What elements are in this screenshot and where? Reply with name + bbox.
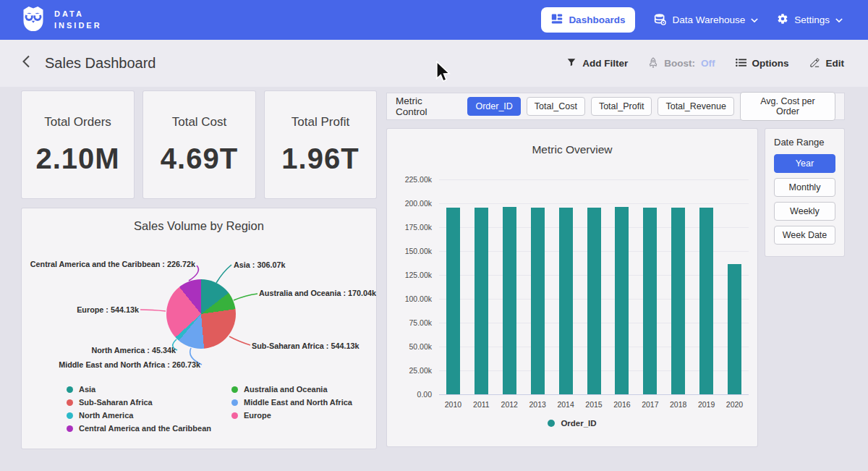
legend-label: Sub-Saharan Africa	[79, 398, 153, 407]
chevron-down-icon	[751, 14, 758, 25]
nav-settings-label: Settings	[794, 14, 830, 25]
kpi-card-total-cost: Total Cost 4.69T	[143, 91, 255, 198]
x-axis-tick: 2017	[636, 400, 664, 409]
x-axis-tick: 2010	[439, 400, 467, 409]
date-range-week-date-button[interactable]: Week Date	[774, 226, 835, 245]
legend-dot	[231, 386, 238, 393]
pencil-icon	[809, 57, 820, 70]
legend-dot	[67, 399, 73, 406]
legend-label: Asia	[79, 385, 95, 394]
metric-button-order-id[interactable]: Order_ID	[467, 97, 520, 116]
pie-label-middle-east-and-north-africa: Middle East and North Africa : 260.73k	[59, 360, 200, 369]
nav-dashboards-label: Dashboards	[569, 14, 625, 25]
legend-dot	[231, 412, 238, 419]
pie-legend-item: Sub-Saharan Africa	[67, 398, 211, 407]
nav-data-warehouse-button[interactable]: Data Warehouse	[654, 13, 758, 27]
nav-dashboards-button[interactable]: Dashboards	[541, 7, 635, 33]
date-range-label: Date Range	[774, 137, 835, 148]
metric-button-total-cost[interactable]: Total_Cost	[527, 97, 585, 116]
y-axis-tick: 0.00	[417, 390, 432, 399]
pie-legend-item: Middle East and North Africa	[231, 398, 362, 407]
bar-2018[interactable]	[671, 208, 685, 394]
legend-label: Australia and Oceania	[244, 385, 328, 394]
x-axis-tick: 2012	[495, 400, 524, 409]
boost-toggle[interactable]: Boost: Off	[648, 57, 715, 70]
pie-label-central-america-and-the-caribbean: Central America and the Caribbean : 226.…	[30, 260, 195, 268]
pie-legend-item: Australia and Oceania	[231, 385, 362, 394]
bar-2020[interactable]	[728, 264, 741, 394]
sales-volume-by-region-card: Sales Volume by Region Asia : 306.07k Au…	[22, 208, 376, 449]
bar-2019[interactable]	[699, 208, 713, 394]
bar-2013[interactable]	[531, 208, 545, 394]
pie-label-australia-and-oceania: Australia and Oceania : 170.04k	[259, 289, 376, 297]
boost-value: Off	[701, 58, 715, 69]
metric-button-avg-cost-per-order[interactable]: Avg. Cost per Order	[740, 92, 835, 121]
back-button[interactable]	[22, 54, 35, 73]
pie-legend-item: Asia	[67, 385, 211, 394]
page-header: Sales Dashboard Add Filter Boost: Off	[0, 40, 868, 87]
add-filter-label: Add Filter	[582, 58, 628, 69]
bar-chart-title: Metric Overview	[387, 143, 757, 156]
options-list-icon	[736, 58, 746, 69]
x-axis-tick: 2014	[552, 400, 580, 409]
date-range-year-button[interactable]: Year	[774, 154, 835, 173]
top-navbar: DATA INSIDER Dashboards	[0, 0, 868, 40]
y-axis-tick: 125.00k	[405, 271, 432, 279]
bar-chart-plot-area: 225.00k200.00k175.00k150.00k125.00k100.0…	[439, 179, 749, 394]
legend-dot	[67, 425, 73, 432]
y-axis-tick: 175.00k	[405, 223, 432, 232]
metric-control-label: Metric Control	[396, 96, 456, 117]
metric-button-total-revenue[interactable]: Total_Revenue	[658, 97, 733, 116]
pie-chart-legend: AsiaSub-Saharan AfricaNorth AmericaCentr…	[67, 385, 362, 433]
nav-settings-button[interactable]: Settings	[777, 13, 843, 27]
legend-dot	[67, 386, 73, 393]
database-icon	[654, 13, 666, 27]
rocket-icon	[648, 57, 658, 70]
bar-2017[interactable]	[643, 208, 657, 394]
chevron-down-icon	[835, 14, 843, 25]
x-axis-tick: 2011	[467, 400, 495, 409]
y-axis-tick: 50.00k	[409, 342, 432, 351]
boost-label: Boost:	[664, 58, 695, 69]
y-axis-tick: 200.00k	[405, 199, 432, 208]
date-range-weekly-button[interactable]: Weekly	[774, 202, 835, 221]
date-range-card: Date Range Year Monthly Weekly Week Date	[765, 129, 844, 256]
owl-logo-icon	[20, 5, 46, 35]
pie-chart-title: Sales Volume by Region	[22, 219, 376, 233]
bar-2014[interactable]	[559, 208, 573, 394]
date-range-monthly-button[interactable]: Monthly	[774, 178, 835, 197]
pie-label-north-america: North America : 45.34k	[91, 346, 176, 355]
bar-2010[interactable]	[446, 208, 460, 394]
kpi-label: Total Cost	[172, 115, 227, 130]
kpi-label: Total Orders	[44, 115, 111, 130]
app-logo[interactable]: DATA INSIDER	[20, 5, 102, 35]
legend-dot	[548, 420, 555, 427]
edit-button[interactable]: Edit	[809, 57, 845, 70]
x-axis-tick: 2018	[664, 400, 692, 409]
legend-dot	[231, 399, 238, 406]
bar-2015[interactable]	[587, 208, 601, 394]
bar-2011[interactable]	[475, 208, 488, 394]
bar-legend-label: Order_ID	[561, 419, 596, 428]
metric-control-bar: Metric Control Order_ID Total_Cost Total…	[387, 93, 844, 119]
metric-button-total-profit[interactable]: Total_Profit	[591, 97, 652, 116]
x-axis-tick: 2016	[608, 400, 636, 409]
y-axis-tick: 100.00k	[405, 294, 432, 303]
bar-2016[interactable]	[615, 207, 629, 394]
y-axis-tick: 25.00k	[409, 366, 432, 375]
pie-label-asia: Asia : 306.07k	[234, 260, 285, 269]
metric-overview-card: Metric Overview 225.00k200.00k175.00k150…	[387, 129, 757, 446]
gridline	[439, 179, 749, 180]
options-button[interactable]: Options	[736, 58, 789, 69]
legend-label: North America	[79, 411, 133, 420]
kpi-card-total-profit: Total Profit 1.96T	[265, 91, 376, 198]
pie-chart[interactable]	[166, 279, 236, 349]
app-window: DATA INSIDER Dashboards	[0, 0, 868, 471]
add-filter-button[interactable]: Add Filter	[566, 57, 628, 69]
kpi-value: 2.10M	[35, 143, 119, 175]
kpi-value: 1.96T	[281, 143, 359, 175]
bar-2012[interactable]	[503, 207, 516, 394]
bar-chart-legend: Order_ID	[387, 419, 757, 428]
y-axis-tick: 75.00k	[409, 318, 432, 327]
kpi-value: 4.69T	[161, 143, 238, 175]
